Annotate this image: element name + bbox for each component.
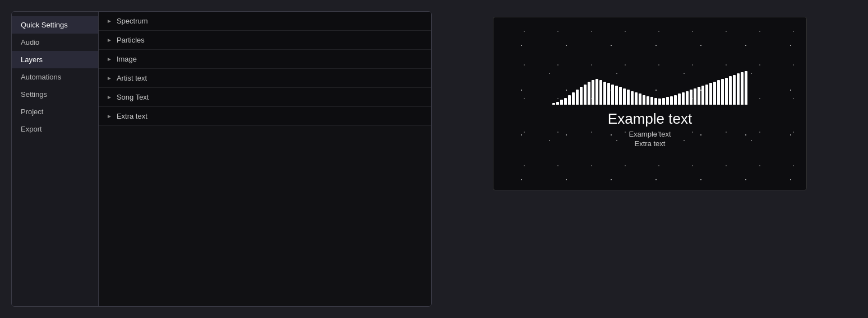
preview-sub-text: Example text — [629, 130, 671, 138]
spectrum-visualization — [552, 60, 747, 105]
content-area: ► Spectrum ► Particles ► Image ► Artist … — [99, 12, 431, 306]
layer-label-image: Image — [117, 55, 137, 63]
layer-item-image[interactable]: ► Image — [99, 50, 431, 69]
sidebar-label-automations: Automations — [21, 73, 61, 81]
sidebar-label-settings: Settings — [21, 90, 47, 99]
layer-item-song-text[interactable]: ► Song Text — [99, 88, 431, 107]
expand-arrow-extra-text: ► — [107, 113, 112, 119]
right-panel: Example text Example text Extra text — [443, 11, 857, 196]
expand-arrow-spectrum: ► — [107, 18, 112, 24]
layer-label-song-text: Song Text — [117, 93, 149, 101]
sidebar-item-automations[interactable]: Automations — [12, 68, 98, 86]
sidebar: Quick Settings Audio Layers Automations … — [12, 12, 99, 306]
main-container: Quick Settings Audio Layers Automations … — [0, 0, 868, 318]
expand-arrow-particles: ► — [107, 37, 112, 43]
sidebar-label-layers: Layers — [21, 55, 43, 64]
layer-item-particles[interactable]: ► Particles — [99, 31, 431, 50]
sidebar-item-quick-settings[interactable]: Quick Settings — [12, 16, 98, 34]
expand-arrow-image: ► — [107, 56, 112, 62]
left-panel: Quick Settings Audio Layers Automations … — [11, 11, 432, 307]
sidebar-label-project: Project — [21, 107, 43, 116]
sidebar-label-export: Export — [21, 125, 42, 133]
sidebar-item-audio[interactable]: Audio — [12, 34, 98, 51]
layer-item-artist-text[interactable]: ► Artist text — [99, 69, 431, 88]
sidebar-item-export[interactable]: Export — [12, 120, 98, 138]
preview-box: Example text Example text Extra text — [493, 17, 807, 190]
preview-main-text: Example text — [608, 110, 692, 128]
layer-list: ► Spectrum ► Particles ► Image ► Artist … — [99, 12, 431, 126]
sidebar-item-project[interactable]: Project — [12, 103, 98, 120]
layer-label-extra-text: Extra text — [117, 112, 147, 120]
sidebar-label-quick-settings: Quick Settings — [21, 21, 68, 29]
layer-item-extra-text[interactable]: ► Extra text — [99, 107, 431, 126]
sidebar-item-settings[interactable]: Settings — [12, 86, 98, 103]
sidebar-item-layers[interactable]: Layers — [12, 51, 98, 68]
layer-label-particles: Particles — [117, 36, 145, 44]
layer-item-spectrum[interactable]: ► Spectrum — [99, 12, 431, 31]
layer-label-artist-text: Artist text — [117, 74, 147, 82]
expand-arrow-artist-text: ► — [107, 75, 112, 81]
preview-extra-text: Extra text — [635, 139, 666, 148]
sidebar-label-audio: Audio — [21, 38, 39, 46]
expand-arrow-song-text: ► — [107, 94, 112, 100]
layer-label-spectrum: Spectrum — [117, 17, 148, 25]
